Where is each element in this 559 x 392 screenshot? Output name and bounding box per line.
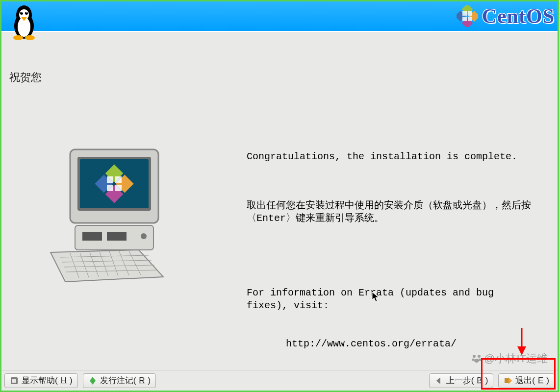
main-panel: 祝贺您 [1, 32, 558, 370]
errata-info: For information on Errata (updates and b… [247, 287, 538, 312]
back-button[interactable]: 上一步(B) [429, 373, 494, 388]
release-notes-button[interactable]: 发行注记(R) [83, 373, 156, 388]
centos-logo-icon [457, 5, 478, 27]
svg-point-9 [25, 35, 35, 40]
svg-rect-16 [462, 17, 467, 21]
svg-rect-17 [468, 17, 472, 21]
congrats-line: Congratulations, the installation is com… [247, 150, 538, 163]
svg-rect-45 [12, 379, 16, 383]
svg-rect-15 [468, 11, 472, 16]
svg-point-8 [13, 35, 23, 40]
release-notes-icon [88, 376, 97, 385]
arrow-left-icon [434, 376, 443, 385]
svg-point-5 [25, 12, 28, 15]
exit-icon [504, 376, 512, 385]
svg-point-4 [20, 12, 23, 15]
centos-brand: CentOS [457, 4, 555, 28]
help-button[interactable]: 显示帮助(H) [4, 373, 78, 388]
content-text: Congratulations, the installation is com… [247, 125, 538, 370]
page-title: 祝贺您 [9, 70, 42, 85]
svg-point-7 [26, 12, 27, 13]
help-toggle-icon [10, 376, 19, 385]
svg-point-32 [141, 233, 147, 239]
computer-illustration [41, 140, 188, 287]
svg-rect-30 [82, 232, 102, 241]
svg-rect-25 [107, 176, 113, 183]
svg-rect-27 [107, 185, 113, 191]
brand-text: CentOS [482, 4, 555, 28]
errata-url: http://www.centos.org/errata/ [247, 338, 538, 350]
svg-rect-31 [107, 232, 127, 241]
svg-point-6 [22, 12, 23, 13]
exit-button[interactable]: 退出(E) [498, 373, 555, 388]
bottom-toolbar: 显示帮助(H) 发行注记(R) 上一步(B) 退出(E) [1, 370, 558, 391]
svg-rect-28 [115, 185, 122, 191]
banner-header: CentOS [1, 1, 558, 31]
penguin-icon [10, 2, 38, 41]
svg-rect-14 [462, 11, 467, 16]
svg-rect-26 [115, 176, 122, 183]
cn-instruction: 取出任何您在安装过程中使用的安装介质（软盘或光盘），然后按〈Enter〉键来重新… [247, 199, 538, 225]
